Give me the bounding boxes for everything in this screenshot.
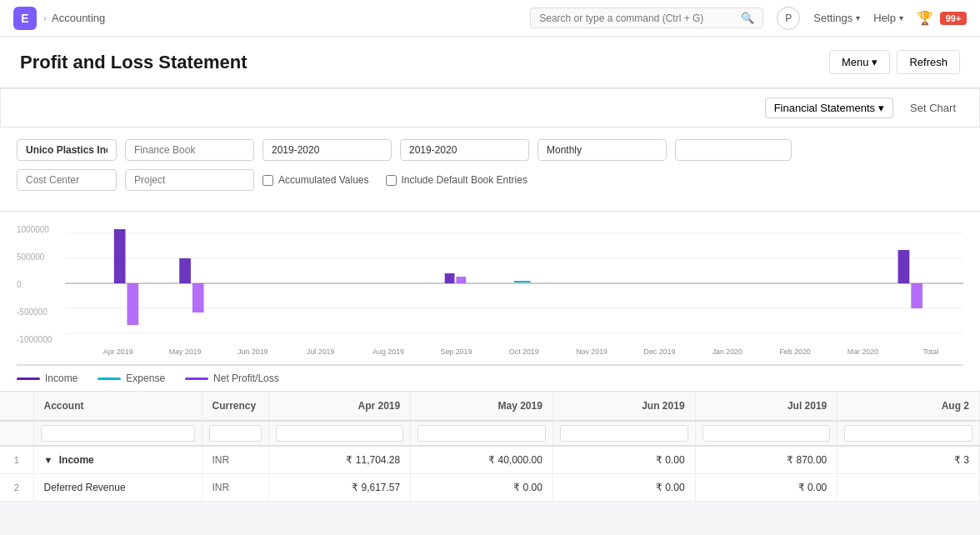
svg-text:Jun 2019: Jun 2019 — [238, 348, 268, 356]
deferred-label: Deferred Revenue — [44, 482, 126, 493]
jul-col-filter[interactable] — [702, 425, 831, 442]
deferred-jul: ₹ 0.00 — [695, 474, 838, 502]
legend-net[interactable]: Net Profit/Loss — [185, 372, 279, 384]
may-col-filter[interactable] — [418, 425, 546, 442]
col-aug: Aug 2 — [838, 392, 980, 421]
account-col-filter[interactable] — [41, 425, 195, 442]
svg-text:Feb 2020: Feb 2020 — [779, 348, 810, 356]
table-scroll[interactable]: Account Currency Apr 2019 May 2019 Jun 2… — [0, 392, 980, 502]
table-row: 2 Deferred Revenue INR ₹ 9,617.57 ₹ 0.00… — [0, 474, 980, 502]
svg-text:May 2019: May 2019 — [169, 348, 202, 356]
project-filter[interactable] — [125, 169, 254, 191]
trophy-icon: 🏆 — [917, 10, 933, 26]
income-label: Income — [59, 454, 94, 466]
col-apr: Apr 2019 — [268, 392, 411, 421]
row-num-1: 1 — [0, 446, 33, 474]
income-account-cell[interactable]: ▼ Income — [33, 446, 202, 474]
cost-center-filter[interactable] — [17, 169, 117, 191]
include-default-label[interactable]: Include Default Book Entries — [386, 174, 528, 186]
svg-rect-9 — [192, 283, 204, 312]
expense-legend-line — [98, 378, 121, 380]
nav-chevron-icon: › — [43, 12, 47, 24]
search-bar[interactable]: 🔍 — [530, 8, 763, 28]
header-actions: Menu ▾ Refresh — [829, 50, 960, 74]
apr-col-filter[interactable] — [276, 425, 404, 442]
income-jun: ₹ 0.00 — [552, 446, 695, 474]
aug-col-filter[interactable] — [844, 425, 972, 442]
company-filter[interactable] — [17, 139, 117, 161]
svg-rect-8 — [179, 258, 191, 283]
menu-caret-icon: ▾ — [872, 56, 878, 68]
period-to-filter[interactable] — [400, 139, 529, 161]
income-aug: ₹ 3 — [838, 446, 980, 474]
avatar: P — [777, 7, 800, 30]
accumulated-values-checkbox[interactable] — [262, 175, 273, 186]
col-jul: Jul 2019 — [695, 392, 838, 421]
filter-section: Accumulated Values Include Default Book … — [0, 128, 980, 212]
deferred-jun: ₹ 0.00 — [552, 474, 695, 502]
periodicity-filter[interactable] — [538, 139, 667, 161]
toolbar: Financial Statements ▾ Set Chart — [0, 88, 980, 128]
deferred-account-cell[interactable]: Deferred Revenue — [33, 474, 202, 502]
help-button[interactable]: Help ▾ — [867, 8, 910, 28]
svg-rect-11 — [456, 277, 466, 283]
period-from-filter[interactable] — [262, 139, 392, 161]
y-axis-labels: 1000000 500000 0 -500000 -1000000 — [17, 225, 62, 344]
income-may: ₹ 40,000.00 — [411, 446, 553, 474]
settings-button[interactable]: Settings ▾ — [807, 8, 867, 28]
financial-caret-icon: ▾ — [878, 102, 884, 114]
filter-row-2: Accumulated Values Include Default Book … — [17, 169, 963, 191]
table-filter-row — [0, 421, 980, 446]
svg-text:Apr 2019: Apr 2019 — [103, 348, 133, 356]
col-jun: Jun 2019 — [552, 392, 695, 421]
svg-text:Total: Total — [922, 348, 938, 356]
profit-loss-table: Account Currency Apr 2019 May 2019 Jun 2… — [0, 392, 980, 502]
deferred-apr: ₹ 9,617.57 — [268, 474, 411, 502]
deferred-may: ₹ 0.00 — [411, 474, 553, 502]
legend-expense[interactable]: Expense — [98, 372, 165, 384]
svg-text:Jan 2020: Jan 2020 — [712, 348, 742, 356]
col-account: Account — [33, 392, 202, 421]
expand-icon[interactable]: ▼ — [44, 455, 53, 465]
search-input[interactable] — [539, 12, 738, 24]
finance-book-filter[interactable] — [125, 139, 254, 161]
chart-legend: Income Expense Net Profit/Loss — [17, 364, 963, 384]
chart-section: 1000000 500000 0 -500000 -1000000 — [0, 212, 980, 392]
table-header-row: Account Currency Apr 2019 May 2019 Jun 2… — [0, 392, 980, 421]
svg-text:Oct 2019: Oct 2019 — [509, 348, 539, 356]
extra-filter[interactable] — [675, 139, 792, 161]
table-row: 1 ▼ Income INR ₹ 11,704.28 ₹ 40,000.00 ₹… — [0, 446, 980, 474]
svg-rect-14 — [911, 283, 922, 308]
svg-text:Mar 2020: Mar 2020 — [848, 348, 878, 356]
net-legend-line — [185, 378, 208, 380]
financial-statements-button[interactable]: Financial Statements ▾ — [765, 98, 893, 118]
svg-rect-6 — [114, 229, 126, 283]
bar-chart: Apr 2019 May 2019 Jun 2019 Jul 2019 Aug … — [65, 225, 963, 358]
legend-income[interactable]: Income — [17, 372, 78, 384]
svg-text:Dec 2019: Dec 2019 — [644, 348, 676, 356]
col-currency: Currency — [202, 392, 268, 421]
refresh-button[interactable]: Refresh — [897, 50, 960, 74]
deferred-aug — [838, 474, 980, 502]
search-icon: 🔍 — [741, 12, 754, 24]
help-caret-icon: ▾ — [899, 13, 903, 22]
menu-button[interactable]: Menu ▾ — [829, 50, 891, 74]
jun-col-filter[interactable] — [560, 425, 688, 442]
app-icon[interactable]: E — [13, 7, 37, 30]
set-chart-button[interactable]: Set Chart — [903, 98, 962, 118]
row-num-2: 2 — [0, 474, 33, 502]
income-legend-line — [17, 378, 40, 380]
accumulated-values-label[interactable]: Accumulated Values — [262, 174, 369, 186]
income-currency: INR — [202, 446, 268, 474]
svg-rect-13 — [898, 250, 910, 283]
svg-text:Sep 2019: Sep 2019 — [441, 348, 472, 356]
include-default-checkbox[interactable] — [386, 175, 397, 186]
page-header: Profit and Loss Statement Menu ▾ Refresh — [0, 37, 980, 88]
notification-badge[interactable]: 99+ — [940, 12, 967, 25]
currency-col-filter[interactable] — [209, 425, 262, 442]
svg-text:Aug 2019: Aug 2019 — [372, 348, 404, 356]
svg-text:Nov 2019: Nov 2019 — [576, 348, 608, 356]
table-section: Account Currency Apr 2019 May 2019 Jun 2… — [0, 392, 980, 502]
nav-title: Accounting — [52, 12, 105, 24]
col-may: May 2019 — [411, 392, 553, 421]
